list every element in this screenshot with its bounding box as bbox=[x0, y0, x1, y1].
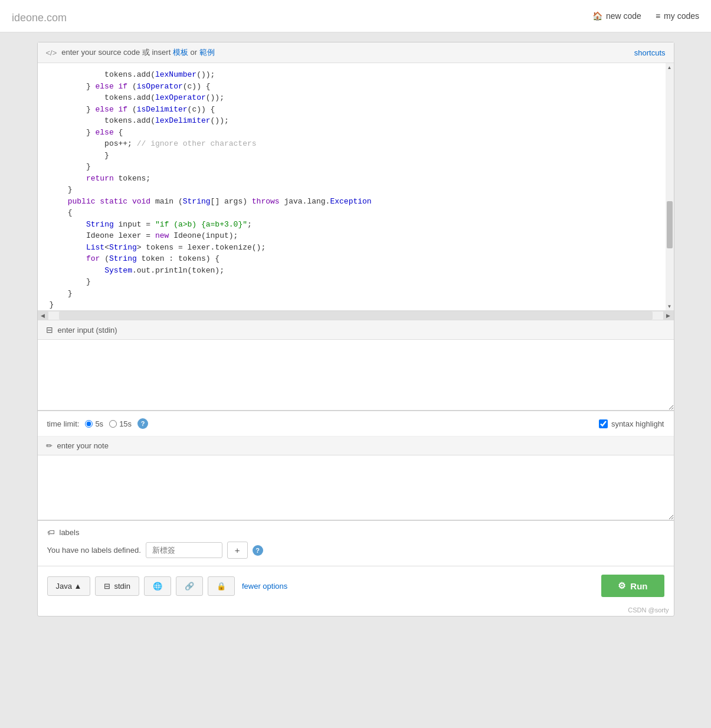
horizontal-scrollbar[interactable]: ◀ ▶ bbox=[38, 311, 674, 320]
note-header: ✏ enter your note bbox=[38, 437, 674, 455]
logo-text: ideone bbox=[12, 12, 44, 24]
list-icon: ≡ bbox=[656, 11, 660, 21]
bottom-toolbar: Java ▲ ⊟ stdin 🌐 🔗 🔒 fewer options ⚙ Run bbox=[38, 566, 674, 605]
my-codes-label: my codes bbox=[664, 11, 699, 21]
horiz-scroll-thumb[interactable] bbox=[59, 311, 653, 320]
time-15s-text: 15s bbox=[119, 419, 132, 428]
options-row: time limit: 5s 15s ? syntax highlight bbox=[38, 411, 674, 437]
home-icon: 🏠 bbox=[592, 11, 602, 21]
scroll-left-arrow[interactable]: ◀ bbox=[38, 311, 48, 320]
scroll-down-arrow[interactable]: ▼ bbox=[666, 302, 674, 310]
new-code-label: new code bbox=[606, 11, 641, 21]
time-15s-radio[interactable] bbox=[109, 420, 117, 428]
labels-help-icon[interactable]: ? bbox=[253, 545, 263, 556]
my-codes-link[interactable]: ≡ my codes bbox=[656, 11, 699, 21]
code-editor-wrapper: tokens.add(lexNumber()); } else if (isOp… bbox=[38, 63, 674, 311]
footer-credit: CSDN @sorty bbox=[38, 605, 674, 616]
time-limit-label: time limit: bbox=[47, 419, 80, 428]
gear-icon: ⚙ bbox=[618, 581, 625, 591]
note-header-label: enter your note bbox=[57, 441, 109, 450]
header-nav: 🏠 new code ≡ my codes bbox=[592, 11, 699, 21]
header: ideone.com 🏠 new code ≡ my codes bbox=[0, 0, 711, 32]
logo-com: com bbox=[47, 12, 67, 24]
stdin-button[interactable]: ⊟ stdin bbox=[95, 576, 139, 596]
stdin-textarea[interactable] bbox=[38, 340, 674, 411]
code-brackets-icon: </> bbox=[46, 48, 57, 57]
stdin-header: ⊟ enter input (stdin) bbox=[38, 320, 674, 340]
time-5s-text: 5s bbox=[95, 419, 103, 428]
time-limit-group: time limit: 5s 15s ? bbox=[47, 418, 149, 429]
lock-button[interactable]: 🔒 bbox=[208, 576, 235, 596]
time-help-icon[interactable]: ? bbox=[137, 418, 148, 429]
terminal-icon: ⊟ bbox=[46, 325, 53, 335]
time-15s-label[interactable]: 15s bbox=[109, 419, 132, 428]
pencil-icon: ✏ bbox=[46, 441, 53, 450]
shortcuts-link[interactable]: shortcuts bbox=[634, 48, 666, 57]
run-button[interactable]: ⚙ Run bbox=[601, 575, 664, 597]
no-labels-text: You have no labels defined. bbox=[47, 546, 141, 555]
link-button[interactable]: 🔗 bbox=[176, 576, 203, 596]
vertical-scrollbar[interactable]: ▲ ▼ bbox=[666, 63, 674, 310]
stdin-icon: ⊟ bbox=[104, 582, 110, 591]
logo: ideone.com bbox=[12, 7, 67, 25]
labels-header: 🏷 labels bbox=[47, 528, 664, 537]
stdin-header-label: enter input (stdin) bbox=[58, 326, 117, 335]
lock-icon: 🔒 bbox=[217, 582, 226, 591]
stdin-section: ⊟ enter input (stdin) bbox=[38, 320, 674, 411]
syntax-highlight-group: syntax highlight bbox=[599, 419, 664, 428]
add-label-button[interactable]: + bbox=[227, 542, 248, 559]
link-icon: 🔗 bbox=[185, 582, 194, 591]
globe-icon: 🌐 bbox=[153, 582, 162, 591]
code-content: tokens.add(lexNumber()); } else if (isOp… bbox=[38, 63, 674, 310]
scroll-up-arrow[interactable]: ▲ bbox=[666, 63, 674, 71]
code-header-text: enter your source code 或 insert 模板 or 範例 bbox=[61, 47, 214, 58]
labels-header-label: labels bbox=[60, 528, 80, 537]
tag-icon: 🏷 bbox=[47, 528, 55, 537]
scroll-thumb[interactable] bbox=[667, 201, 673, 248]
label-input[interactable] bbox=[146, 542, 222, 558]
labels-section: 🏷 labels You have no labels defined. + ? bbox=[38, 521, 674, 566]
run-btn-label: Run bbox=[630, 581, 647, 591]
labels-row: You have no labels defined. + ? bbox=[47, 542, 664, 559]
globe-button[interactable]: 🌐 bbox=[144, 576, 171, 596]
language-button[interactable]: Java ▲ bbox=[47, 576, 91, 596]
scroll-right-arrow[interactable]: ▶ bbox=[663, 311, 674, 320]
time-5s-radio[interactable] bbox=[85, 420, 93, 428]
note-textarea[interactable] bbox=[38, 455, 674, 520]
code-section-header: </> enter your source code 或 insert 模板 o… bbox=[38, 42, 674, 63]
fewer-options-link[interactable]: fewer options bbox=[242, 582, 287, 591]
code-header-label: </> enter your source code 或 insert 模板 o… bbox=[46, 47, 215, 58]
stdin-btn-label: stdin bbox=[114, 582, 130, 591]
time-5s-label[interactable]: 5s bbox=[85, 419, 103, 428]
code-scroll-area[interactable]: tokens.add(lexNumber()); } else if (isOp… bbox=[38, 63, 674, 310]
main-container: </> enter your source code 或 insert 模板 o… bbox=[37, 42, 674, 616]
syntax-highlight-label: syntax highlight bbox=[611, 419, 664, 428]
syntax-highlight-checkbox[interactable] bbox=[599, 419, 608, 428]
note-section: ✏ enter your note bbox=[38, 437, 674, 521]
new-code-link[interactable]: 🏠 new code bbox=[592, 11, 641, 21]
